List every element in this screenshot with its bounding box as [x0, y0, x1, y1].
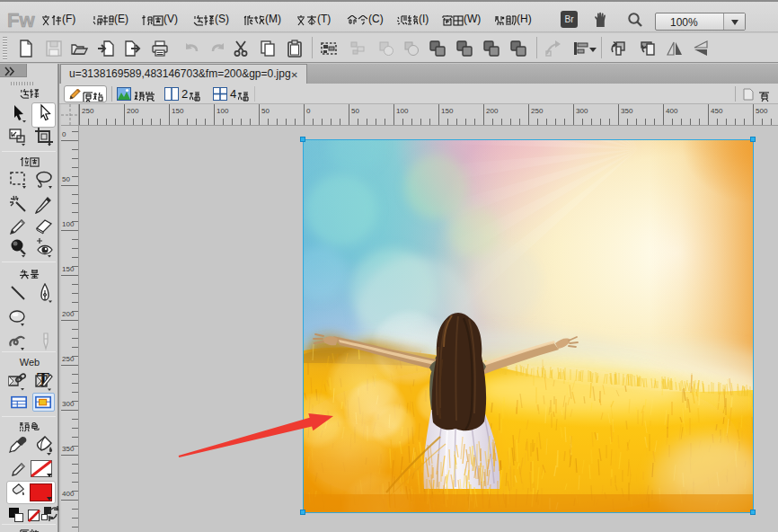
svg-text:Fw: Fw — [7, 9, 35, 31]
